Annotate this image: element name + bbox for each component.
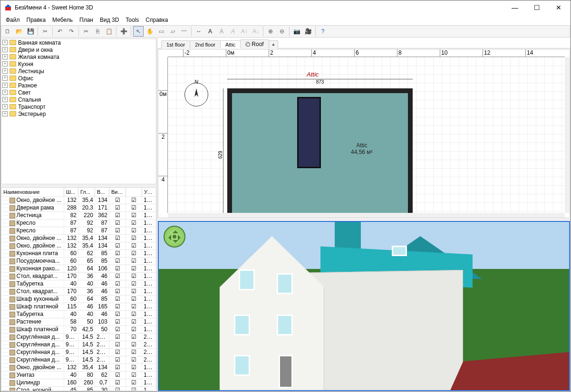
cell-visible[interactable]: ☑ xyxy=(109,265,126,272)
vertical-scrollbar[interactable] xyxy=(565,57,570,213)
zoom-out-icon[interactable]: ⊖ xyxy=(277,26,287,37)
help-icon[interactable]: ? xyxy=(318,26,328,37)
table-row[interactable]: ···Стол, квадрат...1703646☑☑1st ... xyxy=(1,288,156,296)
cell-visible[interactable]: ☑ xyxy=(109,204,126,211)
cell-blank[interactable]: ☑ xyxy=(126,220,142,227)
cell-visible[interactable]: ☑ xyxy=(109,258,126,265)
catalog-category[interactable]: +Ванная комната xyxy=(1,39,156,46)
cell-visible[interactable]: ☑ xyxy=(109,356,126,363)
cell-visible[interactable]: ☑ xyxy=(109,326,126,333)
table-row[interactable]: ···Лестница82220362☑☑1st ... xyxy=(1,212,156,220)
cell-visible[interactable]: ☑ xyxy=(109,280,126,287)
table-row[interactable]: ···Табуретка404046☑☑1st ... xyxy=(1,311,156,318)
add-level-button[interactable]: + xyxy=(269,40,278,48)
table-row[interactable]: ···Шкаф кухонный606485☑☑1st ... xyxy=(1,296,156,303)
catalog-category[interactable]: +Кухня xyxy=(1,60,156,67)
italic-icon[interactable]: A xyxy=(228,26,238,37)
select-tool-icon[interactable]: ↖ xyxy=(133,26,144,37)
cell-blank[interactable]: ☑ xyxy=(126,303,142,310)
cell-visible[interactable]: ☑ xyxy=(109,288,126,295)
wall-tool-icon[interactable]: ▭ xyxy=(156,26,166,37)
cell-visible[interactable]: ☑ xyxy=(109,372,126,379)
cell-blank[interactable]: ☑ xyxy=(126,387,142,391)
preferences-icon[interactable]: ✂ xyxy=(40,26,50,37)
col-height[interactable]: В... xyxy=(95,188,109,196)
cell-blank[interactable]: ☑ xyxy=(126,197,142,204)
table-row[interactable]: ···Скруглённая д...91,514,5208,5☑☑2nd ..… xyxy=(1,334,156,341)
table-row[interactable]: ···Скруглённая д...91,514,5208,5☑☑2nd ..… xyxy=(1,349,156,356)
col-level[interactable]: Ур... xyxy=(142,188,156,196)
table-row[interactable]: ···Окно, двойное ...13235,4134☑☑1st ... xyxy=(1,235,156,242)
cell-blank[interactable]: ☑ xyxy=(126,356,142,363)
open-icon[interactable]: 📂 xyxy=(14,26,24,37)
cell-blank[interactable]: ☑ xyxy=(126,349,142,356)
cell-visible[interactable]: ☑ xyxy=(109,334,126,341)
table-row[interactable]: ···Окно, двойное ...13235,4134☑☑1st ... xyxy=(1,364,156,372)
expand-icon[interactable]: + xyxy=(2,61,8,67)
redo-icon[interactable]: ↷ xyxy=(66,26,77,37)
horizontal-splitter[interactable] xyxy=(0,185,157,187)
table-row[interactable]: ···Дверная рама28820,3171☑☑1st ... xyxy=(1,204,156,212)
cell-blank[interactable]: ☑ xyxy=(126,258,142,265)
dimension-tool-icon[interactable]: ↔ xyxy=(194,26,204,37)
nav-left-icon[interactable] xyxy=(165,235,171,240)
add-furniture-icon[interactable]: ➕ xyxy=(118,26,129,37)
cell-visible[interactable]: ☑ xyxy=(109,220,126,227)
table-row[interactable]: ···Окно, двойное ...13235,4134☑☑1st ... xyxy=(1,197,156,204)
col-blank[interactable] xyxy=(126,188,142,196)
catalog-category[interactable]: +Офис xyxy=(1,75,156,82)
catalog-category[interactable]: +Двери и окна xyxy=(1,46,156,53)
menu-help[interactable]: Справка xyxy=(142,16,171,24)
close-button[interactable]: ✕ xyxy=(548,0,570,15)
nav-right-icon[interactable] xyxy=(178,235,184,240)
table-row[interactable]: ···Шкаф платяной7042,550☑☑1st ... xyxy=(1,326,156,334)
tab-attic[interactable]: Attic xyxy=(220,40,241,48)
cell-visible[interactable]: ☑ xyxy=(109,303,126,310)
photo-icon[interactable]: 📷 xyxy=(291,26,302,37)
cell-blank[interactable]: ☑ xyxy=(126,280,142,287)
pan-tool-icon[interactable]: ✋ xyxy=(145,26,155,37)
table-row[interactable]: ···Стол, квадрат...1703646☑☑1st ... xyxy=(1,273,156,280)
cell-visible[interactable]: ☑ xyxy=(109,379,126,386)
expand-icon[interactable]: + xyxy=(2,40,8,45)
tab-1st-floor[interactable]: 1st floor xyxy=(161,40,190,48)
catalog-category[interactable]: +Разное xyxy=(1,82,156,89)
table-row[interactable]: ···Посудомоечна...606585☑☑1st ... xyxy=(1,258,156,265)
stair-object[interactable] xyxy=(297,97,321,168)
cell-blank[interactable]: ☑ xyxy=(126,326,142,333)
expand-icon[interactable]: + xyxy=(2,111,8,116)
table-row[interactable]: ···Цилиндр1602600,7☑☑1st ... xyxy=(1,379,156,387)
col-name[interactable]: Наименование xyxy=(1,188,64,196)
table-row[interactable]: ···Табуретка404046☑☑1st ... xyxy=(1,280,156,288)
cell-blank[interactable]: ☑ xyxy=(126,204,142,211)
paste-icon[interactable]: 📋 xyxy=(104,26,114,37)
cell-blank[interactable]: ☑ xyxy=(126,364,142,371)
cell-blank[interactable]: ☑ xyxy=(126,227,142,234)
expand-icon[interactable]: + xyxy=(2,83,8,88)
cell-blank[interactable]: ☑ xyxy=(126,311,142,318)
cell-blank[interactable]: ☑ xyxy=(126,296,142,303)
expand-icon[interactable]: + xyxy=(2,90,8,95)
nav-up-icon[interactable] xyxy=(173,228,178,233)
video-icon[interactable]: 🎥 xyxy=(303,26,313,37)
plan-view[interactable]: -20м2468101214 0м24 Attic 873 629 Attic … xyxy=(158,49,570,218)
table-row[interactable]: ···Скруглённая д...91,514,5208,5☑☑2nd ..… xyxy=(1,341,156,349)
cell-blank[interactable]: ☑ xyxy=(126,318,142,325)
font-larger-icon[interactable]: A↑ xyxy=(239,26,250,37)
tab-roof[interactable]: Roof xyxy=(240,39,269,48)
cell-blank[interactable]: ☑ xyxy=(126,212,142,219)
table-row[interactable]: ···Растение5850103☑☑1st ... xyxy=(1,318,156,326)
cell-visible[interactable]: ☑ xyxy=(109,341,126,348)
cell-blank[interactable]: ☑ xyxy=(126,265,142,272)
cell-visible[interactable]: ☑ xyxy=(109,296,126,303)
cell-visible[interactable]: ☑ xyxy=(109,387,126,391)
table-row[interactable]: ···Унитаз408062☑☑1st ... xyxy=(1,372,156,379)
col-width[interactable]: Ш... xyxy=(64,188,78,196)
new-icon[interactable]: 🗋 xyxy=(2,26,13,37)
zoom-in-icon[interactable]: ⊕ xyxy=(265,26,276,37)
save-icon[interactable]: 💾 xyxy=(25,26,36,37)
menu-plan[interactable]: План xyxy=(76,16,97,24)
cell-blank[interactable]: ☑ xyxy=(126,235,142,242)
col-visible[interactable]: Вид... xyxy=(109,188,126,196)
text-tool-icon[interactable]: A xyxy=(205,26,215,37)
